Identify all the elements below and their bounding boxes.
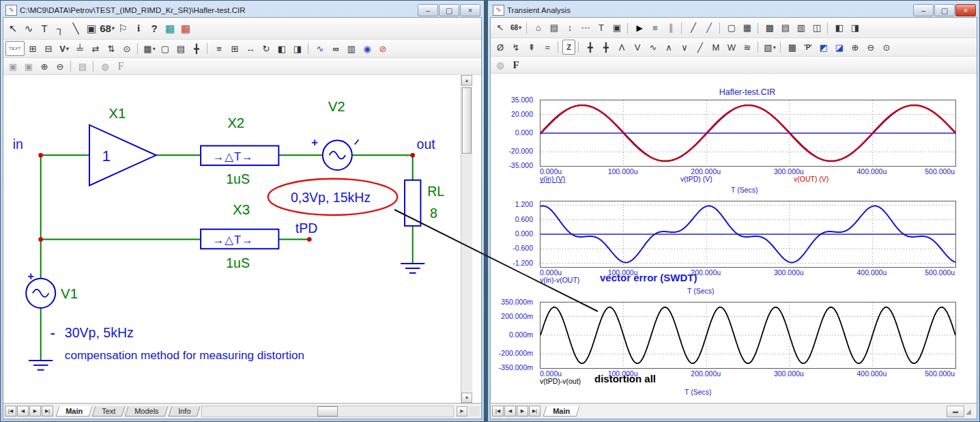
scroll-thumb[interactable] xyxy=(462,87,472,154)
border-icon[interactable]: ▢ xyxy=(158,42,173,55)
toolbar-separator[interactable] xyxy=(780,42,782,53)
plot-area[interactable]: Hafler-test.CIR 35.00020.0000.000-20.000… xyxy=(491,74,977,403)
low-icon[interactable]: ∨ xyxy=(677,40,692,54)
current-icon[interactable]: ⇄ xyxy=(88,42,103,55)
maximize-button[interactable]: ▢ xyxy=(934,4,955,16)
help-mode-icon[interactable]: ? xyxy=(147,20,162,37)
cursor-slash-icon[interactable]: ╱ xyxy=(686,21,701,35)
zoom-in-icon[interactable]: ⊕ xyxy=(848,40,863,54)
h-scroll-stub-button[interactable]: ▬ xyxy=(947,406,964,417)
schematic-note-text[interactable]: compensation method for measuring distor… xyxy=(65,348,304,362)
zoom-fit-icon[interactable]: ⊙ xyxy=(879,40,894,54)
minimize-button[interactable]: – xyxy=(913,4,934,16)
box-select-icon[interactable]: ⊞ xyxy=(227,42,242,55)
trace-label-vout[interactable]: v(OUT) (V) xyxy=(794,175,828,183)
analysis-titlebar[interactable]: ∿ Transient Analysis –▢× xyxy=(490,3,977,17)
annotation-vector-error[interactable]: vector error (SWDT) xyxy=(600,272,697,283)
rotate-icon[interactable]: ↻ xyxy=(259,42,274,55)
tab-nav-button[interactable]: ▶ xyxy=(29,406,41,417)
toolbar-separator[interactable] xyxy=(758,23,760,33)
layout-cols-icon[interactable]: ▥ xyxy=(794,21,809,35)
tokens-icon[interactable]: ⋯ xyxy=(578,21,593,35)
minimize-button[interactable]: – xyxy=(418,4,438,16)
scroll-down-button[interactable]: ▼ xyxy=(461,393,472,403)
title-block-icon[interactable]: ▤ xyxy=(173,42,188,55)
split-vertical-icon[interactable]: ◨ xyxy=(848,21,863,35)
toolbar-separator[interactable] xyxy=(627,23,629,33)
data-points-icon[interactable]: ↕ xyxy=(562,21,577,35)
local-min-icon[interactable]: W xyxy=(724,40,739,54)
amplifier-x1[interactable]: 1 X1 xyxy=(89,105,156,186)
tab-main[interactable]: Main xyxy=(543,406,580,417)
plot-frame[interactable] xyxy=(540,100,956,167)
tab-main[interactable]: Main xyxy=(56,406,93,417)
toolbar-separator[interactable] xyxy=(719,23,721,33)
pin-connections-icon[interactable]: ⊞ xyxy=(25,42,40,55)
flip-x-icon[interactable]: ◧ xyxy=(274,42,289,55)
help-circle-icon[interactable]: ◉ xyxy=(360,42,375,55)
cursor-right-icon[interactable]: ╋ xyxy=(599,40,614,54)
trace-label-distortion[interactable]: v(tPD)-v(out) xyxy=(540,377,581,385)
plot-frame[interactable] xyxy=(540,302,956,369)
text-icon[interactable]: T xyxy=(37,20,52,37)
scroll-up-button[interactable]: ▲ xyxy=(461,75,472,85)
line-icon[interactable]: ╲ xyxy=(68,20,83,37)
wave-icon[interactable]: ∿ xyxy=(646,40,661,54)
grid-icon[interactable]: ▦ xyxy=(142,42,157,55)
properties-icon[interactable]: ≡ xyxy=(212,42,227,55)
annotation-distortion[interactable]: distortion all xyxy=(594,373,656,384)
font-icon[interactable]: F xyxy=(113,59,128,73)
source-v2[interactable]: + V2 xyxy=(311,98,358,170)
tab-nav-button[interactable]: ▶| xyxy=(42,406,53,417)
toolbar-separator[interactable] xyxy=(578,42,580,53)
split-horizontal-icon[interactable]: ◧ xyxy=(832,21,847,35)
layout-quad-icon[interactable]: ◫ xyxy=(809,21,824,35)
zoom-in-icon[interactable]: ⊕ xyxy=(37,59,52,73)
sine-source-icon[interactable]: ∿ xyxy=(21,20,36,37)
layout-rows-icon[interactable]: ▤ xyxy=(778,21,793,35)
flag-icon[interactable]: ⚐ xyxy=(115,20,130,37)
zoom-out-icon[interactable]: ⊖ xyxy=(53,59,68,73)
run-icon[interactable]: ▶ xyxy=(632,21,647,35)
schematic-titlebar[interactable]: ∿ C:\MC9\DATA\Petrov\TEST_(IMD_RIMD_Kr_S… xyxy=(3,3,482,17)
scroll-right-button[interactable]: ▶ xyxy=(457,406,467,417)
analysis-limits-icon[interactable]: ▤ xyxy=(547,21,562,35)
globe-icon[interactable]: ◍ xyxy=(493,58,508,72)
tab-nav-button[interactable]: |◀ xyxy=(5,406,16,417)
text-icon[interactable]: T xyxy=(594,21,609,35)
copy-page-icon[interactable]: ▣ xyxy=(5,59,20,73)
tab-nav-button[interactable]: ▶| xyxy=(529,406,541,417)
tab-models[interactable]: Models xyxy=(125,406,169,417)
delay-x3[interactable]: →△T→ X3 1uS xyxy=(201,201,278,270)
graphics-icon[interactable]: ▣ xyxy=(84,20,99,37)
tab-text[interactable]: Text xyxy=(92,406,126,417)
node-label-in[interactable]: in xyxy=(13,137,23,152)
maximize-button[interactable]: ▢ xyxy=(439,4,459,16)
retrace-icon[interactable]: ↯ xyxy=(508,40,523,54)
color-menu-icon[interactable]: ▧ xyxy=(762,40,777,54)
crosshair-icon[interactable]: ╋ xyxy=(189,42,204,55)
window-tile-icon[interactable]: ▦ xyxy=(162,20,177,37)
plot-frame[interactable] xyxy=(540,201,956,268)
wire-icon[interactable]: ┐ xyxy=(53,20,68,37)
toolbar-separator[interactable] xyxy=(70,61,72,72)
data-table-icon[interactable]: ▦ xyxy=(785,40,800,54)
image-icon[interactable]: ▤ xyxy=(75,59,90,73)
sine-accent-icon[interactable]: ∿ xyxy=(313,42,328,55)
power-icon[interactable]: ⇅ xyxy=(104,42,119,55)
tab-nav-button[interactable]: ◀ xyxy=(504,406,516,417)
peak-icon[interactable]: Λ xyxy=(614,40,629,54)
trace-label-error[interactable]: v(in)-v(OUT) xyxy=(540,276,579,284)
abort-icon[interactable]: ⊘ xyxy=(375,42,390,55)
zoom-out-icon[interactable]: ⊖ xyxy=(863,40,878,54)
toolbar-separator[interactable] xyxy=(681,23,683,33)
toolbar-separator[interactable] xyxy=(827,23,829,33)
tag-vertical-icon[interactable]: ◪ xyxy=(832,40,847,54)
node-label-tpd[interactable]: tPD xyxy=(296,221,318,236)
tab-nav-button[interactable]: ◀ xyxy=(17,406,29,417)
toolbar-separator[interactable] xyxy=(558,42,560,53)
slope-icon[interactable]: ╱ xyxy=(693,40,708,54)
stretch-icon[interactable]: ↔ xyxy=(243,42,258,55)
zoom-mode-icon[interactable]: Z xyxy=(562,40,575,55)
condition-icon[interactable]: ⊙ xyxy=(119,42,134,55)
